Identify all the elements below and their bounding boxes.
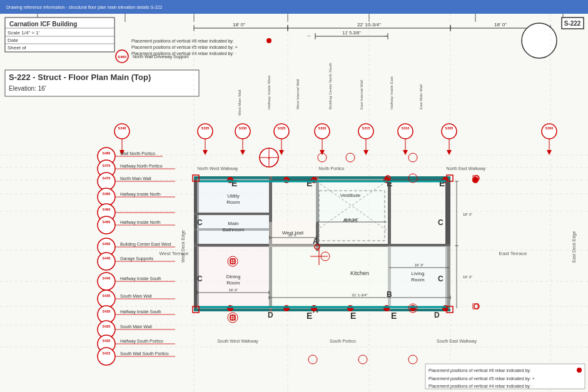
svg-text:Wall North Portico: Wall North Portico: [120, 151, 155, 156]
svg-text:Placement positions of vertica: Placement positions of vertical #6 rebar…: [131, 39, 234, 44]
svg-text:C: C: [438, 274, 444, 283]
svg-text:18' 3": 18' 3": [463, 213, 472, 216]
svg-point-126: [98, 253, 115, 270]
svg-text:31' 1-3/4": 31' 1-3/4": [352, 293, 367, 297]
svg-text:C: C: [438, 218, 444, 227]
svg-text:S348: S348: [118, 126, 126, 130]
svg-text:S475: S475: [103, 164, 111, 168]
svg-text:Scale  1/4" = 1': Scale 1/4" = 1': [8, 30, 40, 36]
svg-text:S-222 - Struct - Floor Plan Ma: S-222 - Struct - Floor Plan Main (Top): [9, 73, 151, 82]
svg-text:✕: ✕: [227, 178, 232, 184]
svg-text:✕: ✕: [311, 178, 316, 184]
svg-text:18' 0": 18' 0": [494, 22, 507, 28]
svg-point-292: [577, 368, 582, 373]
svg-text:East Internal Wall: East Internal Wall: [360, 80, 363, 109]
svg-text:Main: Main: [228, 221, 238, 226]
svg-text:S455: S455: [103, 220, 111, 224]
svg-point-287: [408, 153, 417, 162]
svg-text:S415: S415: [103, 351, 111, 355]
svg-text:6'-8-3/4": 6'-8-3/4": [345, 218, 358, 221]
svg-marker-78: [279, 150, 284, 155]
svg-text:South West Walkway: South West Walkway: [217, 339, 258, 344]
svg-text:✕: ✕: [283, 178, 288, 184]
svg-text:→: →: [383, 33, 388, 39]
svg-text:S440: S440: [103, 276, 111, 280]
svg-text:South Main Wall: South Main Wall: [120, 324, 152, 329]
svg-marker-74: [240, 150, 245, 155]
svg-text:C: C: [197, 218, 203, 227]
svg-text:E: E: [350, 311, 356, 321]
svg-text:North Wall Driveway Support: North Wall Driveway Support: [133, 54, 189, 59]
svg-text:S300: S300: [545, 126, 554, 130]
svg-text:S425: S425: [103, 324, 111, 328]
svg-text:Room: Room: [411, 277, 425, 283]
svg-text:+: +: [268, 156, 270, 161]
svg-text:S310: S310: [402, 126, 410, 130]
svg-text:South Wall South Portico: South Wall South Portico: [120, 351, 169, 356]
svg-text:Dining: Dining: [226, 274, 241, 279]
svg-text:Vestibule: Vestibule: [340, 193, 361, 198]
svg-text:Halfway Inside North: Halfway Inside North: [120, 220, 161, 225]
svg-text:S305: S305: [445, 126, 454, 130]
svg-text:Carnation ICF Building: Carnation ICF Building: [9, 21, 77, 28]
svg-point-134: [98, 290, 115, 308]
svg-text:Halfway South Portico: Halfway South Portico: [120, 339, 163, 344]
svg-text:16' 3": 16' 3": [415, 263, 424, 267]
svg-text:S325: S325: [278, 126, 286, 130]
svg-text:E: E: [307, 311, 312, 321]
svg-point-286: [346, 153, 355, 162]
svg-text:S465: S465: [103, 192, 111, 196]
svg-text:Sheet     of: Sheet of: [8, 45, 27, 51]
svg-text:D: D: [434, 311, 440, 319]
svg-text:West Deck Edge: West Deck Edge: [181, 230, 186, 263]
svg-text:Halfway Inside South: Halfway Inside South: [120, 276, 161, 281]
svg-text:10' 0": 10' 0": [288, 233, 298, 237]
svg-rect-164: [194, 213, 269, 215]
svg-text:Halfway Inside East: Halfway Inside East: [390, 76, 393, 109]
svg-text:Halfway North Portico: Halfway North Portico: [120, 164, 163, 169]
svg-text:North East Walkway: North East Walkway: [447, 166, 486, 171]
svg-marker-90: [403, 150, 408, 155]
svg-text:Garage Supports: Garage Supports: [120, 256, 154, 261]
svg-text:Building Center East West: Building Center East West: [120, 242, 171, 247]
svg-text:West Internal Wall: West Internal Wall: [296, 79, 300, 109]
svg-text:S480: S480: [103, 151, 111, 155]
svg-text:11' 5-3/8": 11' 5-3/8": [342, 31, 361, 35]
svg-text:16' 3": 16' 3": [463, 275, 472, 279]
svg-text:Placement positions of vertica: Placement positions of vertical #6 rebar…: [428, 368, 531, 373]
svg-text:S435: S435: [103, 294, 111, 298]
svg-text:South East Walkway: South East Walkway: [437, 339, 477, 344]
svg-point-282: [308, 355, 317, 364]
svg-text:C: C: [197, 274, 203, 283]
svg-point-150: [98, 348, 115, 365]
svg-text:South Portico: South Portico: [330, 339, 356, 343]
svg-text:Halfway Inside West: Halfway Inside West: [267, 75, 271, 109]
svg-text:Building Center North South: Building Center North South: [328, 63, 332, 109]
svg-text:Room: Room: [226, 199, 240, 205]
svg-text:D: D: [268, 311, 273, 319]
svg-marker-98: [547, 150, 552, 155]
svg-point-130: [98, 273, 115, 290]
svg-text:Placement positions of vertica: Placement positions of vertical #5 rebar…: [131, 45, 238, 50]
svg-text:S320: S320: [318, 126, 327, 130]
svg-point-36: [266, 38, 271, 43]
svg-text:S-222: S-222: [564, 20, 581, 27]
svg-marker-94: [447, 150, 452, 155]
svg-text:18' 0": 18' 0": [233, 22, 245, 28]
svg-text:Bathroom: Bathroom: [223, 227, 245, 233]
svg-point-118: [98, 216, 115, 234]
svg-text:North Portico: North Portico: [319, 166, 345, 171]
svg-text:Drawing reference information : Drawing reference information - structur…: [6, 5, 163, 10]
svg-text:East Terrace: East Terrace: [499, 251, 527, 256]
svg-text:East Main Wall: East Main Wall: [419, 84, 423, 109]
svg-text:E: E: [391, 311, 397, 321]
svg-text:S330: S330: [239, 126, 247, 130]
svg-text:S465: S465: [118, 55, 127, 59]
svg-text:S335: S335: [201, 126, 210, 130]
svg-text:Kitchen: Kitchen: [350, 270, 369, 276]
svg-marker-82: [320, 150, 325, 155]
svg-text:Room: Room: [226, 280, 240, 286]
svg-text:S450: S450: [103, 242, 111, 246]
svg-text:S460: S460: [103, 208, 111, 211]
svg-text:S445: S445: [103, 256, 111, 260]
